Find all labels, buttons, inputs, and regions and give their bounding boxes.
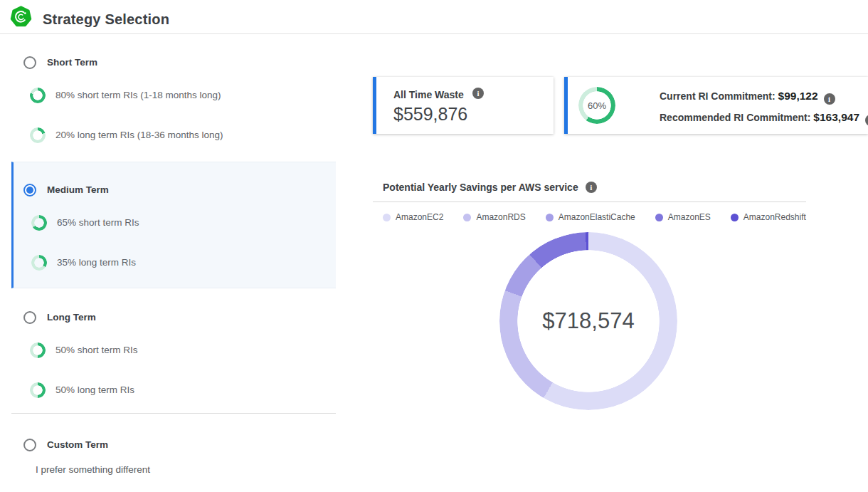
item-label: 65% short term RIs [57, 217, 139, 228]
item-label: 50% short term RIs [55, 345, 138, 355]
legend-label: AmazonES [668, 212, 711, 222]
legend-dot [383, 214, 391, 221]
commitment-ratio-label: 60% [578, 87, 615, 124]
ri-commitment-card: 60% Current RI Commitment:$99,122i Recom… [564, 77, 868, 134]
chart-title-row: Potential Yearly Savings per AWS service… [383, 182, 597, 193]
group-label-long-term[interactable]: Long Term [47, 312, 96, 323]
strategy-selection-page: Strategy Selection Short Term 80% short … [0, 0, 868, 492]
sidebar-divider [11, 413, 336, 414]
cloudcheckr-logo-icon [10, 6, 32, 28]
progress-ring-65 [31, 215, 47, 231]
progress-ring-80 [30, 88, 46, 103]
item-label: 80% short term RIs (1-18 months long) [55, 90, 221, 100]
chart-title: Potential Yearly Savings per AWS service [383, 182, 578, 193]
chart-divider [373, 201, 806, 202]
recommended-ri-commitment-row: Recommended RI Commitment:$163,947i [660, 111, 868, 126]
page-header: Strategy Selection [0, 0, 868, 34]
legend-item-amazonrds[interactable]: AmazonRDS [463, 212, 525, 222]
group-label-custom-term[interactable]: Custom Term [47, 439, 108, 450]
current-ri-commitment-label: Current RI Commitment: [660, 90, 776, 102]
legend-item-amazonelasticache[interactable]: AmazonElastiCache [546, 212, 635, 222]
legend-dot [655, 214, 663, 221]
group-label-short-term[interactable]: Short Term [47, 57, 97, 68]
progress-ring-20 [30, 127, 46, 143]
recommended-ri-commitment-label: Recommended RI Commitment: [660, 112, 810, 123]
legend-dot [731, 214, 739, 221]
legend-item-amazonec2[interactable]: AmazonEC2 [383, 212, 443, 222]
legend-dot [463, 214, 471, 221]
legend-label: AmazonRDS [476, 212, 525, 222]
info-icon[interactable]: i [586, 182, 597, 193]
item-label: 50% long term RIs [55, 384, 134, 395]
radio-long-term[interactable] [23, 311, 36, 324]
legend-item-amazonredshift[interactable]: AmazonRedshift [731, 212, 806, 222]
current-ri-commitment-value: $99,122 [778, 90, 818, 102]
info-icon[interactable]: i [824, 93, 835, 105]
item-label: 20% long term RIs (18-36 months long) [55, 130, 223, 140]
current-ri-commitment-row: Current RI Commitment:$99,122i [660, 90, 835, 105]
all-time-waste-card: All Time Waste i $559,876 [373, 77, 554, 134]
legend-label: AmazonElastiCache [559, 212, 635, 222]
radio-short-term[interactable] [23, 56, 36, 69]
progress-ring-50-short [30, 342, 46, 358]
savings-total-value: $718,574 [499, 232, 677, 410]
legend-dot [546, 214, 554, 221]
group-label-medium-term[interactable]: Medium Term [47, 184, 109, 195]
page-title: Strategy Selection [43, 11, 169, 28]
item-label: 35% long term RIs [57, 257, 136, 268]
custom-term-description: I prefer something different [36, 464, 150, 475]
recommended-ri-commitment-value: $163,947 [813, 111, 859, 123]
legend-label: AmazonRedshift [743, 212, 806, 222]
all-time-waste-title: All Time Waste [393, 89, 464, 100]
info-icon[interactable]: i [865, 115, 868, 126]
progress-ring-35 [31, 255, 47, 271]
info-icon[interactable]: i [472, 88, 484, 99]
radio-custom-term[interactable] [23, 439, 36, 451]
progress-ring-50-long [30, 382, 46, 398]
all-time-waste-value: $559,876 [393, 104, 467, 125]
radio-medium-term[interactable] [23, 184, 36, 197]
chart-legend: AmazonEC2 AmazonRDS AmazonElastiCache Am… [383, 212, 806, 222]
legend-label: AmazonEC2 [396, 212, 443, 222]
legend-item-amazones[interactable]: AmazonES [655, 212, 711, 222]
